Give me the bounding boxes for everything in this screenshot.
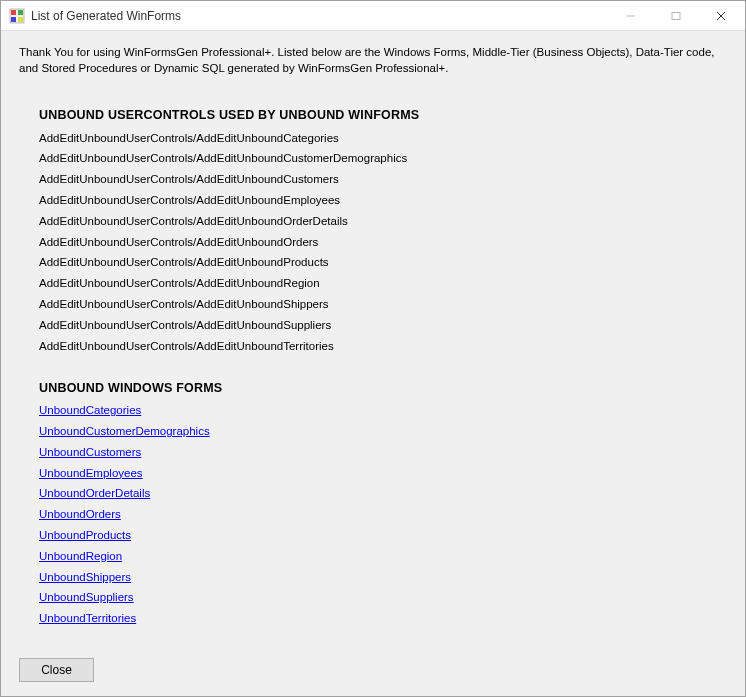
- window-close-button[interactable]: [698, 1, 743, 30]
- maximize-button[interactable]: [653, 1, 698, 30]
- section-heading-usercontrols: UNBOUND USERCONTROLS USED BY UNBOUND WIN…: [39, 108, 713, 122]
- list-item: AddEditUnboundUserControls/AddEditUnboun…: [39, 294, 713, 315]
- scroll-container: UNBOUND USERCONTROLS USED BY UNBOUND WIN…: [19, 90, 727, 640]
- link-item[interactable]: UnboundRegion: [39, 546, 713, 567]
- list-item: AddEditUnboundUserControls/AddEditUnboun…: [39, 170, 713, 191]
- link-item[interactable]: UnboundProducts: [39, 526, 713, 547]
- list-item: AddEditUnboundUserControls/AddEditUnboun…: [39, 336, 713, 357]
- svg-rect-1: [11, 10, 16, 15]
- link-item[interactable]: UnboundTerritories: [39, 609, 713, 630]
- link-item[interactable]: UnboundCategories: [39, 401, 713, 422]
- titlebar-controls: [608, 1, 743, 30]
- list-item: AddEditUnboundUserControls/AddEditUnboun…: [39, 149, 713, 170]
- list-item: AddEditUnboundUserControls/AddEditUnboun…: [39, 232, 713, 253]
- minimize-button[interactable]: [608, 1, 653, 30]
- titlebar: List of Generated WinForms: [1, 1, 745, 31]
- link-item[interactable]: UnboundOrderDetails: [39, 484, 713, 505]
- list-item: AddEditUnboundUserControls/AddEditUnboun…: [39, 128, 713, 149]
- section-usercontrols: UNBOUND USERCONTROLS USED BY UNBOUND WIN…: [39, 108, 713, 357]
- link-item[interactable]: UnboundCustomerDemographics: [39, 422, 713, 443]
- scroll-content[interactable]: UNBOUND USERCONTROLS USED BY UNBOUND WIN…: [19, 90, 727, 640]
- list-item: AddEditUnboundUserControls/AddEditUnboun…: [39, 253, 713, 274]
- list-item: AddEditUnboundUserControls/AddEditUnboun…: [39, 315, 713, 336]
- window-title: List of Generated WinForms: [31, 9, 608, 23]
- window-frame: List of Generated WinForms Thank You for…: [0, 0, 746, 697]
- svg-rect-3: [11, 17, 16, 22]
- link-item[interactable]: UnboundEmployees: [39, 463, 713, 484]
- app-icon: [9, 8, 25, 24]
- section-winforms: UNBOUND WINDOWS FORMS UnboundCategories …: [39, 381, 713, 630]
- link-item[interactable]: UnboundSuppliers: [39, 588, 713, 609]
- section-heading-winforms: UNBOUND WINDOWS FORMS: [39, 381, 713, 395]
- link-item[interactable]: UnboundShippers: [39, 567, 713, 588]
- link-item[interactable]: UnboundCustomers: [39, 442, 713, 463]
- link-item[interactable]: UnboundOrders: [39, 505, 713, 526]
- close-button[interactable]: Close: [19, 658, 94, 682]
- svg-rect-4: [18, 17, 23, 22]
- list-item: AddEditUnboundUserControls/AddEditUnboun…: [39, 190, 713, 211]
- svg-rect-6: [672, 12, 680, 19]
- list-item: AddEditUnboundUserControls/AddEditUnboun…: [39, 211, 713, 232]
- intro-text: Thank You for using WinFormsGen Professi…: [19, 45, 727, 76]
- svg-rect-2: [18, 10, 23, 15]
- content-area: Thank You for using WinFormsGen Professi…: [1, 31, 745, 650]
- list-item: AddEditUnboundUserControls/AddEditUnboun…: [39, 274, 713, 295]
- footer: Close: [1, 650, 745, 696]
